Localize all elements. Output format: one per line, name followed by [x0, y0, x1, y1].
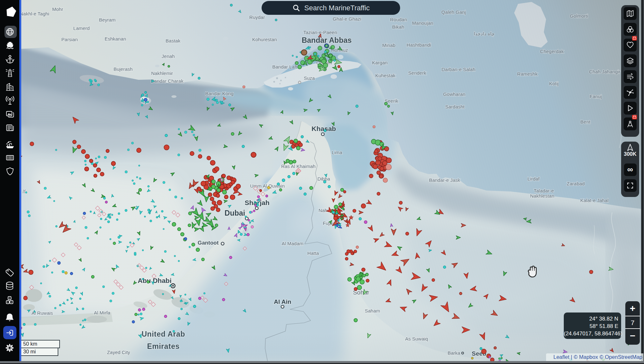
- svg-text:∞: ∞: [627, 165, 633, 174]
- svg-text:300K: 300K: [624, 151, 637, 157]
